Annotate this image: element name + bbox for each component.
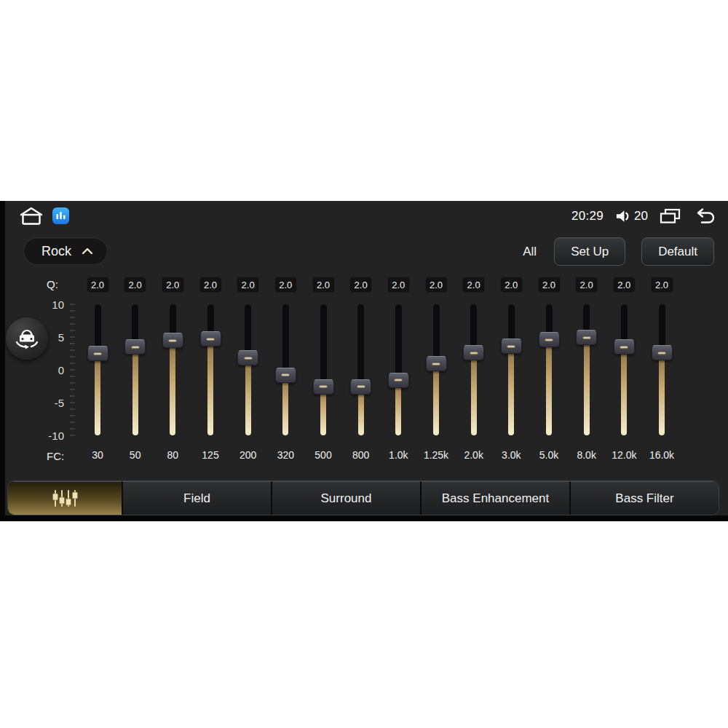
slider-track-lower[interactable] <box>546 340 552 435</box>
tab-bass-filter[interactable]: Bass Filter <box>569 481 719 515</box>
slider-handle[interactable] <box>87 346 108 361</box>
slider-handle[interactable] <box>388 373 409 388</box>
slider-handle[interactable] <box>576 330 597 345</box>
eq-band-slider[interactable] <box>357 304 364 435</box>
handle-dash <box>244 357 252 359</box>
slider-handle[interactable] <box>124 339 146 355</box>
eq-band-slider[interactable] <box>659 304 665 435</box>
tab-field[interactable]: Field <box>122 481 271 515</box>
car-audio-position-button[interactable] <box>6 317 48 360</box>
tab-bass-enhancement[interactable]: Bass Enhancement <box>420 481 569 515</box>
freq-label: 5.0k <box>529 449 569 461</box>
q-value-box: 2.0 <box>387 277 410 293</box>
freq-label: 1.25k <box>416 449 456 461</box>
handle-dash <box>357 386 365 388</box>
scale-tick <box>70 369 75 371</box>
slider-handle[interactable] <box>463 345 484 360</box>
slider-track-lower[interactable] <box>95 354 100 436</box>
slider-handle[interactable] <box>652 345 673 360</box>
eq-band-slider[interactable] <box>583 304 590 435</box>
slider-track-lower[interactable] <box>471 353 477 435</box>
q-value-box: 2.0 <box>349 277 372 293</box>
slider-track-lower[interactable] <box>245 358 251 435</box>
q-row-label: Q: <box>47 278 58 290</box>
slider-track-lower[interactable] <box>170 341 175 436</box>
slider-track-upper[interactable] <box>395 304 402 380</box>
slider-track-upper[interactable] <box>433 304 440 364</box>
handle-dash <box>395 379 403 381</box>
scale-tick <box>70 435 75 436</box>
eq-band-slider[interactable] <box>508 304 515 435</box>
q-value-box: 2.0 <box>237 277 259 293</box>
tab-surround[interactable]: Surround <box>271 481 420 515</box>
slider-track-lower[interactable] <box>207 339 213 435</box>
slider-track-lower[interactable] <box>433 364 439 435</box>
scale-tick <box>70 343 75 344</box>
default-button[interactable]: Default <box>641 237 714 266</box>
scale-tick <box>70 310 75 312</box>
eq-band-slider[interactable] <box>207 304 214 435</box>
eq-band-slider[interactable] <box>282 304 289 435</box>
slider-handle[interactable] <box>426 356 447 371</box>
back-icon <box>692 207 715 225</box>
tab-equalizer[interactable] <box>8 481 122 515</box>
preset-dropdown[interactable]: Rock <box>23 237 108 265</box>
handle-dash <box>320 386 328 388</box>
eq-band-slider[interactable] <box>320 304 327 435</box>
q-value-box: 2.0 <box>500 277 523 293</box>
handle-dash <box>658 352 666 354</box>
home-button[interactable] <box>19 207 44 226</box>
music-app-button[interactable] <box>52 207 69 224</box>
setup-button[interactable]: Set Up <box>554 237 625 266</box>
slider-handle[interactable] <box>313 379 334 395</box>
slider-handle[interactable] <box>237 350 258 365</box>
scale-tick <box>70 330 75 331</box>
back-button[interactable] <box>692 207 715 225</box>
scale-tick <box>70 408 75 410</box>
eq-band-slider[interactable] <box>433 304 440 435</box>
slider-track-lower[interactable] <box>508 347 514 435</box>
slider-track-lower[interactable] <box>132 347 138 436</box>
scale-tick <box>70 389 75 390</box>
scale-tick <box>70 382 75 384</box>
q-value-box: 2.0 <box>162 277 184 293</box>
eq-band-slider[interactable] <box>245 304 251 435</box>
handle-dash <box>545 339 553 341</box>
speaker-icon <box>615 209 630 223</box>
eq-band-slider[interactable] <box>95 304 101 435</box>
q-value-box: 2.0 <box>538 277 561 293</box>
slider-track-lower[interactable] <box>395 380 401 435</box>
slider-track-upper[interactable] <box>282 304 289 375</box>
q-value-box: 2.0 <box>312 277 335 293</box>
slider-track-lower[interactable] <box>282 375 288 435</box>
scale-label: 0 <box>33 364 64 376</box>
eq-band-slider[interactable] <box>395 304 402 435</box>
slider-track-lower[interactable] <box>621 347 627 436</box>
screen-edge-bottom <box>0 515 728 521</box>
volume-indicator[interactable]: 20 <box>615 209 648 223</box>
chevron-up-icon <box>82 248 93 255</box>
slider-track-upper[interactable] <box>357 304 364 387</box>
slider-track-upper[interactable] <box>320 304 327 387</box>
recent-apps-button[interactable] <box>660 207 681 225</box>
slider-handle[interactable] <box>501 339 522 354</box>
eq-band-slider[interactable] <box>546 304 553 435</box>
slider-handle[interactable] <box>614 339 635 355</box>
handle-dash <box>432 363 440 365</box>
slider-handle[interactable] <box>200 331 221 347</box>
eq-band-slider[interactable] <box>470 304 477 435</box>
slider-handle[interactable] <box>162 333 183 348</box>
slider-track-lower[interactable] <box>659 353 665 435</box>
all-label[interactable]: All <box>523 245 537 259</box>
slider-handle[interactable] <box>350 379 371 395</box>
handle-dash <box>470 352 478 354</box>
slider-handle[interactable] <box>539 332 560 347</box>
eq-band-slider[interactable] <box>170 304 176 435</box>
slider-handle[interactable] <box>275 368 296 383</box>
slider-track-lower[interactable] <box>584 338 590 435</box>
scale-tick <box>70 428 75 430</box>
scale-tick <box>70 415 75 416</box>
eq-band-slider[interactable] <box>132 304 138 435</box>
eq-band-slider[interactable] <box>621 304 628 435</box>
status-bar: 20:29 20 <box>0 201 728 230</box>
